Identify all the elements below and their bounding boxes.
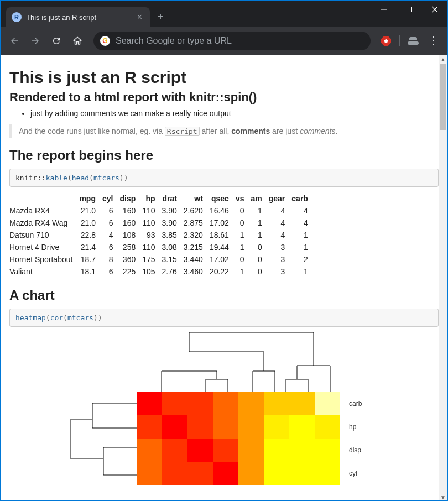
page-subtitle: Rendered to a html report with knitr::sp…	[9, 90, 439, 105]
table-cell: 4	[288, 217, 311, 229]
table-cell: 17.02	[206, 253, 232, 265]
forward-button[interactable]	[26, 32, 45, 50]
heatmap-cell	[315, 439, 340, 462]
bullet-item: just by adding comments we can make a re…	[30, 109, 439, 118]
heatmap-cell	[213, 415, 238, 439]
table-cell: 18.61	[206, 229, 232, 241]
scrollbar-track[interactable]: ▲ ▼	[439, 55, 447, 501]
table-cell: 2.76	[159, 265, 180, 278]
heatmap-cell	[162, 415, 187, 439]
heatmap-cell	[289, 439, 315, 462]
section-heading-chart: A chart	[9, 288, 439, 303]
heatmap-cell	[187, 462, 213, 485]
maximize-button[interactable]	[397, 1, 422, 18]
heatmap-cell	[187, 439, 213, 462]
heatmap-cell	[264, 415, 289, 439]
heatmap-cell	[213, 392, 238, 415]
dendrogram-top	[137, 332, 341, 392]
table-cell: 1	[232, 229, 248, 241]
table-cell: Hornet Sportabout	[9, 253, 76, 265]
table-row: Hornet Sportabout18.783601753.153.44017.…	[9, 253, 311, 265]
table-cell: 3	[265, 241, 289, 253]
heatmap-cell	[213, 462, 238, 485]
table-cell: 20.22	[206, 265, 232, 278]
table-cell: 2	[288, 253, 311, 265]
heatmap-cell	[289, 415, 315, 439]
table-cell: 1	[232, 265, 248, 278]
table-cell: 110	[139, 217, 158, 229]
heatmap-cell	[162, 439, 187, 462]
close-tab-icon[interactable]: ×	[135, 13, 144, 22]
heatmap-cell	[162, 392, 187, 415]
table-cell: 0	[232, 253, 248, 265]
svg-rect-1	[407, 7, 412, 12]
heatmap-cell	[238, 462, 264, 485]
table-cell: 6	[99, 205, 116, 217]
minimize-button[interactable]	[371, 1, 397, 18]
heatmap-cell	[238, 439, 264, 462]
table-cell: 22.8	[76, 229, 99, 241]
home-button[interactable]	[68, 32, 87, 50]
browser-menu-button[interactable]: ⋮	[429, 39, 439, 43]
table-cell: 1	[288, 229, 311, 241]
heatmap-cell	[315, 392, 340, 415]
heatmap-cell	[137, 392, 162, 415]
dendrogram-left	[65, 392, 137, 486]
table-header: hp	[139, 192, 158, 205]
heatmap-row-labels: carbhpdispcyl	[345, 392, 362, 485]
table-cell: 4	[265, 229, 289, 241]
table-header: gear	[265, 192, 289, 205]
table-cell: 105	[139, 265, 158, 278]
heatmap-cell	[137, 439, 162, 462]
table-row: Mazda RX4 Wag21.061601103.902.87517.0201…	[9, 217, 311, 229]
table-cell: 110	[139, 241, 158, 253]
table-cell: 258	[116, 241, 139, 253]
table-header: vs	[232, 192, 248, 205]
table-row: Valiant18.162251052.763.46020.221031	[9, 265, 311, 278]
reload-button[interactable]	[47, 32, 66, 50]
incognito-icon[interactable]	[408, 35, 419, 46]
table-cell: 21.0	[76, 205, 99, 217]
table-cell: 93	[139, 229, 158, 241]
heatmap-cell	[238, 392, 264, 415]
address-bar[interactable]: G Search Google or type a URL	[93, 32, 371, 50]
r-favicon-icon: R	[12, 12, 22, 22]
scroll-down-arrow-icon[interactable]: ▼	[439, 493, 447, 501]
heatmap-cell	[213, 439, 238, 462]
heatmap-cell	[137, 462, 162, 485]
table-cell: 3.215	[180, 241, 206, 253]
table-cell: 3.440	[180, 253, 206, 265]
back-button[interactable]	[5, 32, 24, 50]
table-cell: 0	[248, 253, 265, 265]
heatmap-cell	[315, 415, 340, 439]
heatmap-cell	[289, 392, 315, 415]
table-cell: 175	[139, 253, 158, 265]
table-cell: 8	[99, 253, 116, 265]
heatmap-cell	[264, 462, 289, 485]
heatmap-row-label: carb	[345, 392, 362, 415]
adblock-extension-icon[interactable]	[381, 35, 392, 46]
table-header: drat	[159, 192, 180, 205]
heatmap-cell	[315, 462, 340, 485]
table-cell: 2.320	[180, 229, 206, 241]
google-icon: G	[100, 36, 110, 46]
table-cell: 3.08	[159, 241, 180, 253]
new-tab-button[interactable]: +	[158, 11, 164, 23]
table-cell: 19.44	[206, 241, 232, 253]
scrollbar-thumb[interactable]	[440, 64, 446, 130]
table-cell: 1	[248, 205, 265, 217]
heatmap-chart: carbhpdispcyl	[9, 332, 430, 487]
scroll-up-arrow-icon[interactable]: ▲	[439, 55, 447, 64]
heatmap-row-label: disp	[345, 439, 362, 462]
page-title: This is just an R script	[9, 68, 439, 87]
mtcars-table: mpgcyldisphpdratwtqsecvsamgearcarb Mazda…	[9, 192, 311, 278]
table-cell: Valiant	[9, 265, 76, 278]
table-cell: 6	[99, 217, 116, 229]
browser-tab[interactable]: R This is just an R script ×	[6, 7, 150, 27]
browser-titlebar: R This is just an R script × +	[1, 1, 447, 27]
table-header: qsec	[206, 192, 232, 205]
blockquote: And the code runs just like normal, eg. …	[9, 124, 439, 138]
table-cell: 160	[116, 205, 139, 217]
close-window-button[interactable]	[422, 1, 447, 18]
table-header: carb	[288, 192, 311, 205]
